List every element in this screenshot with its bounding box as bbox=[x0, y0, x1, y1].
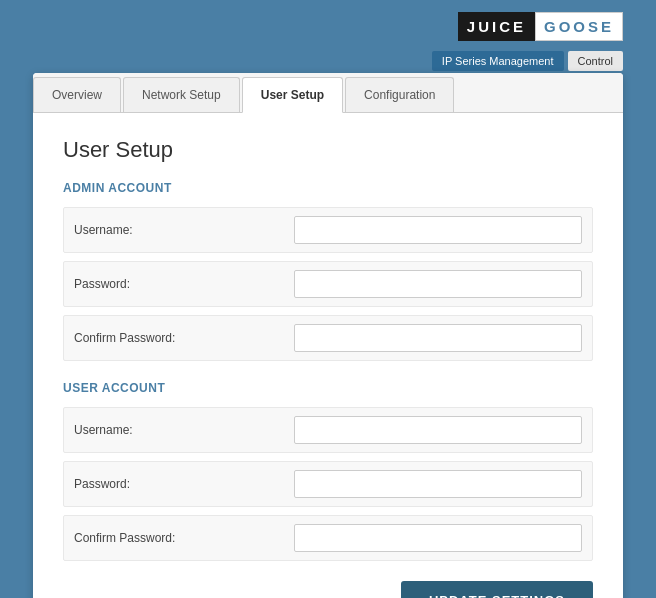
button-row: UPDATE SETTINGS bbox=[63, 581, 593, 598]
admin-password-label: Password: bbox=[74, 277, 294, 291]
user-password-row: Password: bbox=[63, 461, 593, 507]
tab-network-setup[interactable]: Network Setup bbox=[123, 77, 240, 112]
user-confirm-password-label: Confirm Password: bbox=[74, 531, 294, 545]
tab-configuration[interactable]: Configuration bbox=[345, 77, 454, 112]
page-title: User Setup bbox=[63, 137, 593, 163]
tab-overview[interactable]: Overview bbox=[33, 77, 121, 112]
admin-confirm-password-label: Confirm Password: bbox=[74, 331, 294, 345]
admin-confirm-password-row: Confirm Password: bbox=[63, 315, 593, 361]
control-btn[interactable]: Control bbox=[568, 51, 623, 71]
tab-user-setup[interactable]: User Setup bbox=[242, 77, 343, 113]
admin-password-input[interactable] bbox=[294, 270, 582, 298]
user-password-input[interactable] bbox=[294, 470, 582, 498]
top-bar: JUICE GOOSE bbox=[33, 12, 623, 41]
logo: JUICE GOOSE bbox=[458, 12, 623, 41]
user-password-label: Password: bbox=[74, 477, 294, 491]
admin-username-label: Username: bbox=[74, 223, 294, 237]
user-section: USER ACCOUNT Username: Password: Confirm… bbox=[63, 381, 593, 561]
admin-confirm-password-input[interactable] bbox=[294, 324, 582, 352]
user-confirm-password-input[interactable] bbox=[294, 524, 582, 552]
logo-juice: JUICE bbox=[458, 12, 535, 41]
admin-username-row: Username: bbox=[63, 207, 593, 253]
user-confirm-password-row: Confirm Password: bbox=[63, 515, 593, 561]
main-container: Overview Network Setup User Setup Config… bbox=[33, 73, 623, 598]
nav-row: IP Series Management Control bbox=[33, 51, 623, 71]
update-settings-button[interactable]: UPDATE SETTINGS bbox=[401, 581, 593, 598]
admin-section: ADMIN ACCOUNT Username: Password: Confir… bbox=[63, 181, 593, 361]
admin-password-row: Password: bbox=[63, 261, 593, 307]
user-username-row: Username: bbox=[63, 407, 593, 453]
user-username-label: Username: bbox=[74, 423, 294, 437]
admin-section-title: ADMIN ACCOUNT bbox=[63, 181, 593, 195]
ip-series-btn[interactable]: IP Series Management bbox=[432, 51, 564, 71]
user-username-input[interactable] bbox=[294, 416, 582, 444]
content-area: User Setup ADMIN ACCOUNT Username: Passw… bbox=[33, 113, 623, 598]
user-section-title: USER ACCOUNT bbox=[63, 381, 593, 395]
logo-goose: GOOSE bbox=[535, 12, 623, 41]
admin-username-input[interactable] bbox=[294, 216, 582, 244]
tabs-row: Overview Network Setup User Setup Config… bbox=[33, 73, 623, 113]
